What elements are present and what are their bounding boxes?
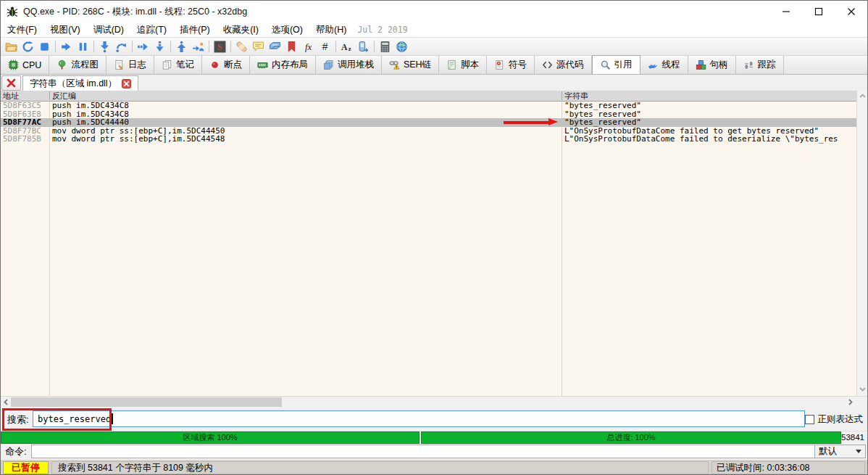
step-out-icon[interactable] xyxy=(173,38,190,55)
command-profile-value: 默认 xyxy=(819,445,837,458)
tab-close-icon[interactable] xyxy=(122,79,131,88)
close-button[interactable] xyxy=(835,1,867,22)
s-badge-icon[interactable]: S xyxy=(212,38,228,55)
menu-item-4[interactable]: 插件(P) xyxy=(173,22,217,37)
menu-item-5[interactable]: 收藏夹(I) xyxy=(217,22,265,37)
tab-seh[interactable]: SEH链 xyxy=(382,56,439,74)
run-icon[interactable] xyxy=(58,38,75,55)
search-label: 搜索: xyxy=(7,413,29,426)
table-row[interactable]: 5D8F63C5push im.5DC434C8"bytes_reserved" xyxy=(1,102,856,110)
menu-item-2[interactable]: 调试(D) xyxy=(87,22,130,37)
menu-item-7[interactable]: 帮助(H) xyxy=(309,22,353,37)
tab-log[interactable]: 日志 xyxy=(107,56,154,74)
stop-icon[interactable] xyxy=(36,38,53,55)
memory-map-icon xyxy=(257,59,268,70)
maximize-button[interactable] xyxy=(802,1,835,22)
tab-source[interactable]: 源代码 xyxy=(535,56,592,74)
scroll-left-icon[interactable] xyxy=(2,398,10,406)
tab-label: 笔记 xyxy=(176,59,194,71)
tab-label: SEH链 xyxy=(404,59,431,71)
command-input[interactable] xyxy=(31,445,815,458)
table-body: 5D8F63C5push im.5DC434C8"bytes_reserved"… xyxy=(1,102,856,396)
toolbar-separator xyxy=(55,41,56,52)
table-row[interactable]: 5D8F63E8push im.5DC434C8"bytes_reserved" xyxy=(1,110,856,119)
notes-icon xyxy=(162,59,172,70)
search-row: 搜索: bytes_reserved 正则表达式 xyxy=(1,407,867,431)
menu-item-0[interactable]: 文件(F) xyxy=(1,22,43,37)
tab-cpu[interactable]: CPU xyxy=(1,56,49,74)
regex-checkbox[interactable] xyxy=(805,415,814,424)
threads-icon xyxy=(648,59,659,70)
step-into-icon[interactable] xyxy=(96,38,113,55)
column-header-disassembly[interactable]: 反汇编 xyxy=(52,91,76,101)
script-icon xyxy=(446,59,457,70)
cpu-icon xyxy=(8,59,19,70)
hash-icon[interactable]: # xyxy=(317,38,333,55)
column-header-address[interactable]: 地址 xyxy=(3,91,19,101)
cell-string: "bytes_reserved" xyxy=(564,110,855,119)
horizontal-scroll-thumb[interactable] xyxy=(11,397,282,407)
search-input[interactable]: bytes_reserved xyxy=(33,410,805,427)
horizontal-scrollbar[interactable] xyxy=(1,396,867,407)
tab-handles[interactable]: 句柄 xyxy=(688,56,736,74)
command-profile-dropdown[interactable]: 默认 xyxy=(815,445,866,458)
tab-label: 断点 xyxy=(224,59,242,71)
tab-breakpoints[interactable]: 断点 xyxy=(202,56,250,74)
menu-item-1[interactable]: 视图(V) xyxy=(43,22,87,37)
strings-result-tab[interactable]: 字符串（区域 im.dll） xyxy=(22,75,138,91)
column-header-string[interactable]: 字符串 xyxy=(564,91,588,101)
scrollbar-corner xyxy=(856,397,867,408)
tab-trace[interactable]: 跟踪 xyxy=(736,56,784,74)
label-icon[interactable] xyxy=(267,38,283,55)
column-divider[interactable] xyxy=(49,91,50,100)
comment-icon[interactable] xyxy=(250,38,267,55)
calculator-icon[interactable] xyxy=(377,38,393,55)
bookmark-icon[interactable] xyxy=(283,38,300,55)
trace-over-icon[interactable] xyxy=(151,38,168,55)
graph-icon xyxy=(57,59,67,70)
command-row: 命令: 默认 xyxy=(1,444,867,459)
minimize-button[interactable] xyxy=(769,1,802,22)
tab-references[interactable]: 引用 xyxy=(592,55,640,74)
vertical-scrollbar[interactable] xyxy=(856,91,867,396)
table-row[interactable]: 5D8F785Bmov dword ptr ss:[ebp+C],im.5DC4… xyxy=(1,135,856,144)
scroll-right-icon[interactable] xyxy=(846,398,854,406)
run-to-user-icon[interactable] xyxy=(190,38,206,55)
tab-symbols[interactable]: 符号 xyxy=(487,56,535,74)
restart-icon[interactable] xyxy=(20,38,36,55)
step-over-icon[interactable] xyxy=(113,38,130,55)
tab-script[interactable]: 脚本 xyxy=(439,56,487,74)
svg-text:fx: fx xyxy=(305,41,312,51)
menu-item-3[interactable]: 追踪(T) xyxy=(130,22,173,37)
tab-memory-map[interactable]: 内存布局 xyxy=(250,56,316,74)
device-icon[interactable] xyxy=(355,38,372,55)
patch-icon[interactable] xyxy=(233,38,250,55)
scroll-down-icon[interactable] xyxy=(859,385,867,393)
result-count: 53841 xyxy=(841,431,867,444)
strings-result-tab-label: 字符串（区域 im.dll） xyxy=(30,78,117,90)
open-folder-icon[interactable] xyxy=(3,38,20,55)
tab-label: 内存布局 xyxy=(272,59,308,71)
bug-app-icon xyxy=(7,6,18,17)
toolbar-separator xyxy=(209,41,209,52)
tab-notes[interactable]: 笔记 xyxy=(154,56,202,74)
search-input-value: bytes_reserved xyxy=(38,414,111,424)
trace-into-icon[interactable] xyxy=(135,38,151,55)
toolbar-separator xyxy=(132,41,133,52)
tab-graph[interactable]: 流程图 xyxy=(49,56,107,74)
tab-call-stack[interactable]: 调用堆栈 xyxy=(316,56,382,74)
az-icon[interactable]: Az xyxy=(338,38,355,55)
log-icon xyxy=(114,59,125,70)
total-progressbar: 总进度: 100% xyxy=(421,431,841,444)
close-all-tabs-button[interactable] xyxy=(1,75,21,91)
toolbar-separator xyxy=(230,41,231,52)
tab-label: 符号 xyxy=(509,59,527,71)
menu-item-6[interactable]: 选项(O) xyxy=(265,22,309,37)
column-divider[interactable] xyxy=(562,91,562,100)
tab-threads[interactable]: 线程 xyxy=(640,56,688,74)
pause-icon[interactable] xyxy=(75,38,91,55)
window-title: QQ.exe - PID: 268C - 模块: im.dll - 线程: 25… xyxy=(23,6,247,18)
scroll-up-icon[interactable] xyxy=(859,92,867,100)
globe-icon[interactable] xyxy=(393,38,410,55)
fx-icon[interactable]: fx xyxy=(300,38,317,55)
